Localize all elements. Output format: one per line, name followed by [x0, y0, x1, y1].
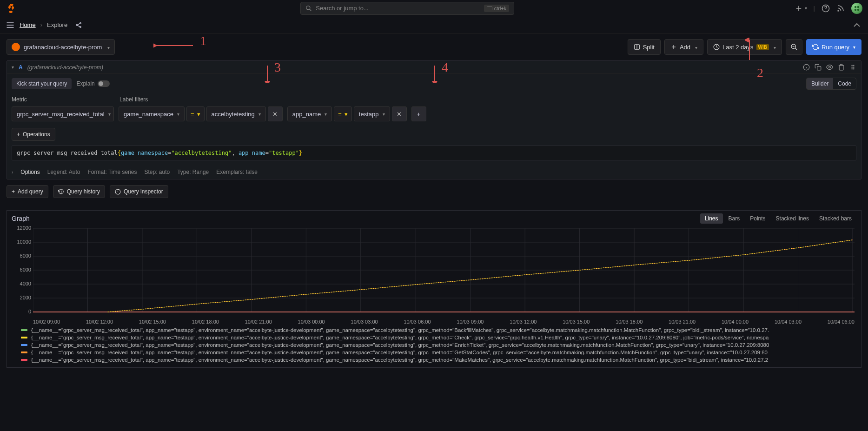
copy-icon[interactable]: [815, 64, 822, 71]
graph-title: Graph: [12, 215, 30, 222]
add-operation-button[interactable]: + Operations: [12, 128, 55, 141]
svg-point-22: [854, 67, 854, 67]
metric-select[interactable]: grpc_server_msg_received_total▾: [12, 106, 114, 121]
add-button[interactable]: Add: [664, 39, 703, 55]
query-inspector-button[interactable]: Query inspector: [110, 185, 168, 198]
top-right-icons: ▾ |: [795, 3, 862, 14]
filter-remove-1[interactable]: ✕: [392, 106, 407, 121]
breadcrumb-bar: Home › Explore: [0, 17, 868, 33]
legend-item[interactable]: {__name__="grpc_server_msg_received_tota…: [21, 341, 855, 349]
mode-stacked-lines[interactable]: Stacked lines: [771, 213, 814, 224]
query-ref: A: [19, 64, 23, 71]
split-button[interactable]: Split: [628, 39, 661, 55]
avatar[interactable]: [851, 3, 862, 14]
chart-canvas[interactable]: 12000 10000 8000 6000 4000 2000 0: [7, 226, 861, 317]
svg-point-19: [852, 65, 852, 66]
filter-remove-0[interactable]: ✕: [268, 106, 283, 121]
datasource-name: grafanacloud-accelbyte-prom: [24, 44, 102, 51]
collapse-icon[interactable]: [851, 20, 862, 31]
drag-icon[interactable]: [849, 64, 856, 71]
mode-bars[interactable]: Bars: [724, 213, 745, 224]
chart-svg: [33, 228, 855, 317]
mode-stacked-bars[interactable]: Stacked bars: [815, 213, 856, 224]
svg-point-9: [80, 22, 81, 24]
help-icon[interactable]: [822, 4, 830, 13]
datasource-picker[interactable]: grafanacloud-accelbyte-prom: [7, 39, 115, 55]
svg-point-5: [857, 6, 860, 8]
crumb-home[interactable]: Home: [20, 21, 36, 28]
query-panel: 2 ▾ A (grafanacloud-accelbyte-prom) Kick…: [7, 60, 861, 179]
opt-type: Type: Range: [177, 169, 209, 175]
builder-code-toggle[interactable]: Builder Code: [806, 78, 856, 90]
graph-panel: Graph Lines Bars Points Stacked lines St…: [7, 210, 861, 368]
topbar: Search or jump to... ctrl+k ▾ |: [0, 0, 868, 17]
svg-point-20: [854, 65, 854, 66]
zoom-out-button[interactable]: [786, 39, 802, 55]
grafana-logo: [6, 3, 17, 14]
explain-toggle[interactable]: Explain: [76, 80, 109, 87]
add-filter-button[interactable]: +: [411, 106, 426, 121]
svg-point-18: [829, 66, 831, 68]
opt-step: Step: auto: [144, 169, 170, 175]
metric-header: Metric: [12, 96, 119, 103]
operations-section: + Operations: [12, 128, 856, 141]
svg-point-4: [855, 6, 857, 8]
rss-icon[interactable]: [836, 4, 845, 13]
kick-start-button[interactable]: Kick start your query: [12, 78, 72, 89]
query-history-button[interactable]: Query history: [53, 185, 105, 198]
explore-toolbar: grafanacloud-accelbyte-prom 1 Split Add …: [0, 33, 868, 60]
annotation-arrow-1: [153, 41, 195, 50]
svg-point-24: [854, 69, 854, 69]
search-placeholder: Search or jump to...: [316, 5, 368, 12]
filter-key-1[interactable]: app_name▾: [287, 106, 332, 121]
builder-tab[interactable]: Builder: [807, 78, 833, 89]
info-icon[interactable]: [803, 64, 810, 71]
svg-point-23: [852, 69, 852, 69]
svg-point-3: [838, 10, 839, 11]
svg-rect-17: [817, 66, 821, 70]
query-action-buttons: + Add query Query history Query inspecto…: [0, 179, 868, 204]
options-row[interactable]: › Options Legend: Auto Format: Time seri…: [7, 165, 861, 179]
search-kbd: ctrl+k: [484, 5, 510, 12]
opt-legend: Legend: Auto: [47, 169, 80, 175]
global-search[interactable]: Search or jump to... ctrl+k: [300, 2, 514, 15]
query-ds-label: (grafanacloud-accelbyte-prom): [27, 64, 103, 71]
opt-format: Format: Time series: [87, 169, 137, 175]
svg-point-7: [857, 8, 860, 11]
annotation-arrow-3: [263, 65, 272, 83]
graph-mode-switch[interactable]: Lines Bars Points Stacked lines Stacked …: [700, 213, 856, 224]
options-label: Options: [20, 169, 40, 175]
x-axis-ticks: 10/02 09:0010/02 12:0010/02 15:0010/02 1…: [7, 317, 861, 325]
legend-item[interactable]: {__name__="grpc_server_msg_received_tota…: [21, 326, 855, 334]
legend-item[interactable]: {__name__="grpc_server_msg_received_tota…: [21, 349, 855, 356]
menu-icon[interactable]: [6, 20, 15, 30]
legend-item[interactable]: {__name__="grpc_server_msg_received_tota…: [21, 334, 855, 341]
legend-item[interactable]: {__name__="grpc_server_msg_received_tota…: [21, 356, 855, 364]
add-query-button[interactable]: + Add query: [7, 185, 48, 198]
crumb-separator: ›: [40, 21, 42, 28]
svg-point-0: [306, 6, 310, 9]
code-tab[interactable]: Code: [833, 78, 856, 89]
query-preview: grpc_server_msg_received_total{game_name…: [12, 146, 856, 160]
filter-op-1[interactable]: =▾: [334, 106, 352, 121]
filter-val-1[interactable]: testapp▾: [354, 106, 390, 121]
query-controls-row: Kick start your query Explain 3 4 Builde…: [7, 74, 861, 93]
chevron-down-icon[interactable]: ▾: [12, 65, 14, 70]
run-query-button[interactable]: Run query▾: [806, 39, 861, 55]
prom-logo-icon: [12, 43, 20, 51]
eye-icon[interactable]: [826, 64, 833, 71]
filter-op-0[interactable]: =▾: [186, 106, 205, 121]
mode-points[interactable]: Points: [745, 213, 770, 224]
legend: {__name__="grpc_server_msg_received_tota…: [7, 325, 861, 367]
share-icon[interactable]: [75, 21, 82, 29]
mode-lines[interactable]: Lines: [700, 213, 723, 224]
plus-icon[interactable]: [795, 4, 803, 13]
crumb-current: Explore: [47, 21, 67, 28]
svg-point-8: [76, 24, 78, 26]
trash-icon[interactable]: [838, 64, 845, 71]
filter-val-0[interactable]: accelbytetesting▾: [206, 106, 266, 121]
annotation-1: 1: [200, 33, 206, 48]
filter-key-0[interactable]: game_namespace▾: [119, 106, 185, 121]
filters-header: Label filters: [119, 96, 148, 103]
svg-point-21: [852, 67, 852, 67]
